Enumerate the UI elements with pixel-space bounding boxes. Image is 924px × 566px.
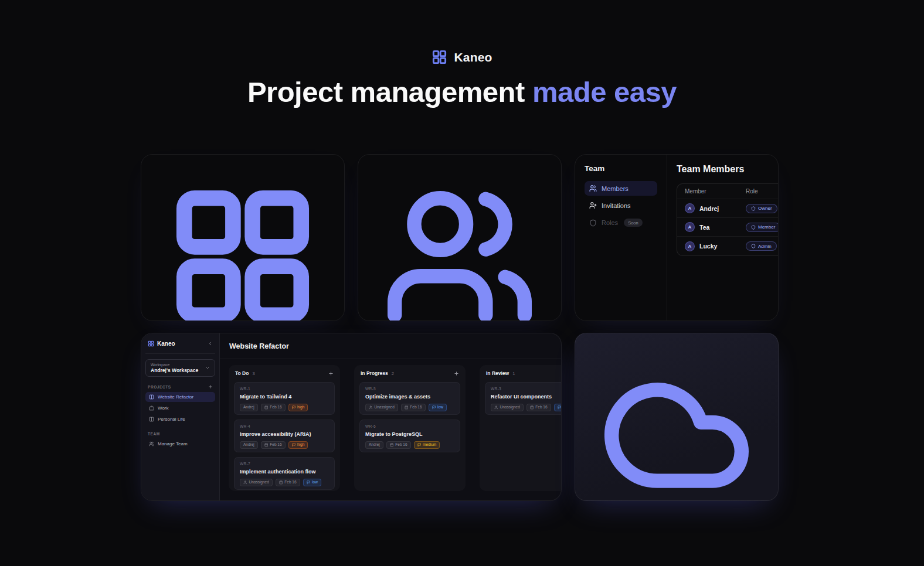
column-count: 3	[252, 371, 328, 376]
avatar: A	[685, 222, 695, 232]
flag-icon	[432, 405, 436, 410]
user-icon	[243, 480, 247, 485]
task-card[interactable]: WR-3 Refactor UI components Unassigned F…	[485, 382, 561, 415]
assignee-chip: Unassigned	[365, 404, 398, 411]
sidebar-item-personal-life[interactable]: Personal Life	[145, 414, 215, 424]
assignee-chip: Andrej	[365, 441, 383, 449]
board-icon	[149, 417, 154, 422]
calendar-icon	[390, 443, 394, 447]
soon-badge: Soon	[624, 219, 643, 227]
assignee-chip: Unassigned	[491, 404, 524, 411]
table-row: A Tea Member	[677, 218, 779, 237]
team-section-header: TEAM	[148, 432, 213, 436]
due-date-chip: Feb 16	[276, 479, 300, 486]
card-visual-task-management: Visual Task Management Organize tasks wi…	[141, 154, 345, 321]
avatar: A	[685, 241, 695, 251]
team-nav-label: Members	[602, 185, 629, 192]
page-title: Project management made easy	[0, 76, 924, 108]
task-id: WR-1	[240, 387, 329, 391]
table-row: A Lucky Admin	[677, 237, 779, 255]
team-nav-label: Roles	[602, 219, 618, 226]
task-title: Optimize images & assets	[365, 394, 454, 400]
task-title: Migrate to Tailwind 4	[240, 394, 329, 400]
board-title: Website Refactor	[229, 342, 289, 350]
sidebar-item-manage-team[interactable]: Manage Team	[145, 439, 215, 449]
flag-icon	[292, 405, 296, 410]
table-row: A Andrej Owner	[677, 199, 779, 218]
workspace-name: Andrej's Workspace	[151, 367, 205, 373]
brand-row: Kaneo	[0, 49, 924, 65]
projects-section-header: PROJECTS	[148, 384, 213, 389]
landing-page: Kaneo Project management made easy Visua…	[0, 0, 924, 566]
cloud-icon	[599, 357, 755, 501]
team-members-panel: Team Members Member Role A Andrej Owne	[667, 155, 779, 320]
assignee-chip: Unassigned	[240, 479, 273, 486]
add-task-button[interactable]	[328, 371, 334, 376]
board-columns: To Do 3 WR-1 Migrate to Tailwind 4 Andre…	[220, 359, 561, 500]
shield-icon	[751, 244, 756, 248]
add-project-button[interactable]	[208, 384, 213, 389]
add-task-button[interactable]	[454, 371, 459, 376]
priority-chip: low	[554, 404, 561, 411]
table-header-row: Member Role	[677, 184, 779, 199]
task-id: WR-5	[365, 387, 454, 391]
role-label: Owner	[758, 206, 772, 211]
shield-icon	[589, 219, 597, 227]
member-name: Lucky	[699, 243, 717, 250]
team-item-label: Manage Team	[158, 441, 188, 446]
priority-chip: medium	[414, 441, 440, 449]
workspace-selector[interactable]: Workspace Andrej's Workspace	[145, 359, 215, 377]
task-id: WR-6	[365, 424, 454, 428]
card-team-panel: Team Members Invitations Roles Soon Team…	[575, 154, 779, 321]
due-date-chip: Feb 16	[526, 404, 551, 411]
task-title: Migrate to PostgreSQL	[365, 431, 454, 437]
role-label: Member	[758, 224, 775, 230]
task-title: Improve accessibility (ARIA)	[240, 431, 329, 437]
role-badge: Member	[746, 223, 779, 232]
chevron-left-icon[interactable]	[208, 341, 213, 346]
role-badge: Admin	[746, 241, 777, 251]
task-card[interactable]: WR-5 Optimize images & assets Unassigned…	[359, 382, 460, 415]
user-icon	[369, 405, 373, 410]
calendar-icon	[279, 480, 283, 485]
due-date-chip: Feb 16	[261, 441, 286, 449]
project-label: Website Refactor	[158, 394, 193, 400]
task-id: WR-3	[491, 387, 561, 391]
column-header: In Progress 2	[359, 370, 460, 376]
column-todo: To Do 3 WR-1 Migrate to Tailwind 4 Andre…	[229, 365, 340, 491]
calendar-icon	[264, 443, 269, 447]
column-in-review: In Review 1 WR-3 Refactor UI components …	[480, 365, 561, 491]
role-badge: Owner	[746, 204, 777, 213]
feature-grid: Visual Task Management Organize tasks wi…	[141, 154, 779, 501]
priority-chip: high	[288, 404, 308, 411]
team-nav-roles: Roles Soon	[585, 215, 657, 230]
column-name: In Progress	[361, 370, 388, 376]
users-icon	[382, 179, 538, 321]
project-label: Personal Life	[158, 417, 185, 422]
team-members-title: Team Members	[677, 164, 779, 175]
sidebar-item-website-refactor[interactable]: Website Refactor	[145, 392, 215, 402]
flag-icon	[558, 405, 561, 410]
task-card[interactable]: WR-1 Migrate to Tailwind 4 Andrej Feb 16…	[234, 382, 335, 415]
column-header: In Review 1	[485, 370, 561, 376]
shield-icon	[751, 206, 756, 211]
team-nav-members[interactable]: Members	[585, 181, 657, 196]
task-id: WR-7	[240, 462, 329, 466]
user-plus-icon	[589, 202, 597, 209]
team-sidebar: Team Members Invitations Roles Soon	[575, 155, 667, 320]
task-card[interactable]: WR-6 Migrate to PostgreSQL Andrej Feb 16…	[359, 420, 460, 452]
role-label: Admin	[758, 244, 772, 249]
priority-chip: low	[303, 479, 321, 486]
kanban-board: Website Refactor To Do 3 WR-1	[220, 333, 561, 500]
calendar-icon	[530, 405, 534, 410]
member-name: Andrej	[699, 205, 719, 212]
team-nav-invitations[interactable]: Invitations	[585, 198, 657, 213]
sidebar-item-work[interactable]: Work	[145, 403, 215, 413]
column-name: To Do	[235, 370, 249, 376]
priority-chip: high	[288, 441, 308, 449]
kanban-brand-row: Kaneo	[145, 333, 215, 354]
task-card[interactable]: WR-7 Implement authentication flow Unass…	[234, 457, 335, 490]
kaneo-logo-icon	[432, 49, 447, 65]
task-card[interactable]: WR-4 Improve accessibility (ARIA) Andrej…	[234, 420, 335, 452]
member-name: Tea	[699, 224, 709, 231]
